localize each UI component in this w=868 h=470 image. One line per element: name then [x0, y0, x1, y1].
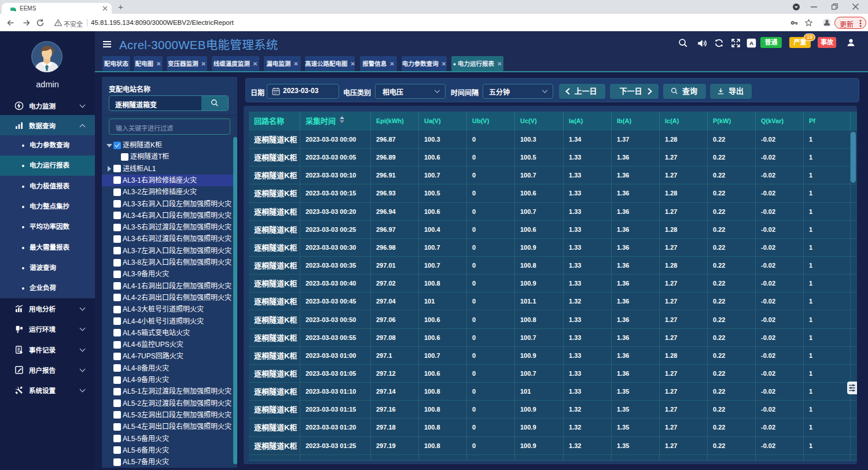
svg-text:A: A	[749, 40, 753, 46]
